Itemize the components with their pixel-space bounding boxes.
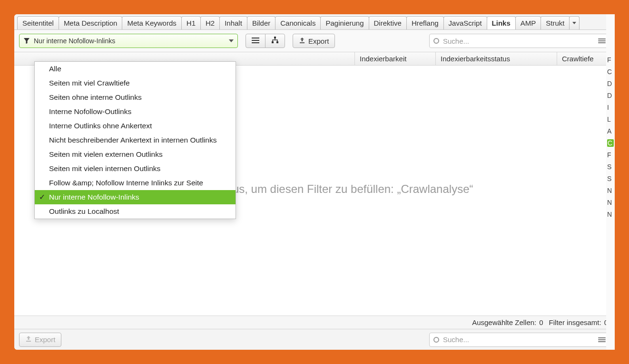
tab-strukt[interactable]: Strukt bbox=[541, 16, 570, 29]
side-panel-item[interactable]: L bbox=[607, 115, 614, 123]
side-panel-item[interactable]: S bbox=[607, 175, 614, 182]
side-panel-item[interactable]: F bbox=[607, 151, 614, 159]
tab-inhalt[interactable]: Inhalt bbox=[219, 16, 247, 29]
filter-icon bbox=[23, 38, 30, 44]
bottom-search-input[interactable] bbox=[442, 335, 595, 344]
tab-direktive[interactable]: Direktive bbox=[369, 16, 407, 29]
selected-cells-value: 0 bbox=[539, 318, 543, 326]
search-input[interactable] bbox=[442, 37, 595, 46]
filter-option[interactable]: Interne Outlinks ohne Ankertext bbox=[35, 119, 236, 133]
main-tabs: SeitentitelMeta DescriptionMeta Keywords… bbox=[14, 14, 615, 30]
svg-rect-2 bbox=[252, 42, 259, 43]
side-panel-item[interactable]: N bbox=[607, 187, 614, 194]
search-field[interactable] bbox=[429, 34, 610, 48]
list-view-button[interactable] bbox=[246, 34, 265, 48]
column-header[interactable]: Indexierbarkeit bbox=[355, 52, 436, 65]
side-panel-item[interactable]: N bbox=[607, 199, 614, 206]
side-panel-item[interactable]: C bbox=[607, 139, 614, 147]
filter-option[interactable]: Nur interne Nofollow-Inlinks bbox=[35, 190, 236, 204]
side-panel-item[interactable]: D bbox=[607, 92, 614, 99]
tab-bilder[interactable]: Bilder bbox=[247, 16, 275, 29]
upload-icon bbox=[25, 335, 32, 344]
filter-option[interactable]: Alle bbox=[35, 62, 236, 76]
tab-canonicals[interactable]: Canonicals bbox=[275, 16, 321, 29]
tab-meta-keywords[interactable]: Meta Keywords bbox=[122, 16, 181, 29]
svg-rect-0 bbox=[252, 38, 259, 38]
side-panel-sliver: FCDDILACFSSNNN bbox=[606, 14, 615, 350]
export-button[interactable]: Export bbox=[293, 34, 335, 48]
search-icon bbox=[433, 38, 439, 44]
chevron-down-icon bbox=[572, 22, 576, 24]
tab-javascript[interactable]: JavaScript bbox=[443, 16, 487, 29]
filter-total-label: Filter insgesamt: bbox=[549, 318, 601, 326]
filter-option[interactable]: Nicht beschreibender Ankertext in intern… bbox=[35, 133, 236, 147]
search-options-icon[interactable] bbox=[598, 336, 606, 343]
side-panel-item[interactable]: C bbox=[607, 68, 614, 76]
search-icon bbox=[433, 337, 439, 343]
filter-dropdown-trigger[interactable]: Nur interne Nofollow-Inlinks bbox=[19, 34, 238, 48]
tab-h1[interactable]: H1 bbox=[181, 16, 201, 29]
filter-option[interactable]: Seiten mit vielen internen Outlinks bbox=[35, 162, 236, 176]
bottom-export-button[interactable]: Export bbox=[19, 333, 61, 347]
tab-amp[interactable]: AMP bbox=[515, 16, 541, 29]
side-panel-item[interactable]: F bbox=[607, 56, 614, 64]
svg-rect-7 bbox=[26, 341, 31, 342]
filter-option[interactable]: Outlinks zu Localhost bbox=[35, 204, 236, 219]
view-mode-group bbox=[246, 34, 285, 48]
column-header[interactable] bbox=[236, 52, 355, 65]
svg-rect-4 bbox=[272, 41, 274, 43]
status-bar: Ausgewählte Zellen: 0 Filter insgesamt: … bbox=[14, 316, 615, 329]
upload-icon bbox=[299, 37, 305, 45]
tree-view-button[interactable] bbox=[265, 34, 285, 48]
svg-rect-5 bbox=[276, 41, 278, 43]
list-icon bbox=[252, 37, 259, 45]
side-panel-item[interactable]: S bbox=[607, 163, 614, 171]
column-header[interactable]: Crawltiefe bbox=[557, 52, 609, 65]
toolbar: Nur interne Nofollow-Inlinks bbox=[14, 30, 615, 52]
tab-links[interactable]: Links bbox=[487, 16, 516, 29]
svg-rect-6 bbox=[300, 42, 305, 43]
selected-cells-label: Ausgewählte Zellen: bbox=[472, 318, 536, 326]
side-panel-item[interactable]: N bbox=[607, 211, 614, 218]
chevron-down-icon bbox=[229, 39, 234, 42]
side-panel-item[interactable]: I bbox=[607, 104, 614, 111]
side-panel-item[interactable]: A bbox=[607, 127, 614, 135]
svg-rect-3 bbox=[274, 37, 276, 38]
filter-option[interactable]: Follow &amp; Nofollow Interne Inlinks zu… bbox=[35, 176, 236, 190]
tab-h2[interactable]: H2 bbox=[200, 16, 220, 29]
tab-meta-description[interactable]: Meta Description bbox=[59, 16, 123, 29]
bottom-toolbar: Export bbox=[14, 329, 615, 350]
tree-icon bbox=[271, 37, 279, 46]
tab-seitentitel[interactable]: Seitentitel bbox=[17, 16, 59, 29]
filter-option[interactable]: Seiten mit vielen externen Outlinks bbox=[35, 147, 236, 162]
filter-current-label: Nur interne Nofollow-Inlinks bbox=[34, 37, 115, 45]
tabs-overflow-button[interactable] bbox=[569, 16, 580, 29]
filter-dropdown-menu: AlleSeiten mit viel CrawltiefeSeiten ohn… bbox=[34, 61, 236, 219]
tab-hreflang[interactable]: Hreflang bbox=[406, 16, 444, 29]
search-options-icon[interactable] bbox=[598, 38, 606, 44]
bottom-search-field[interactable] bbox=[429, 333, 610, 347]
bottom-export-label: Export bbox=[35, 335, 55, 344]
filter-option[interactable]: Seiten mit viel Crawltiefe bbox=[35, 76, 236, 90]
side-panel-item[interactable]: D bbox=[607, 80, 614, 87]
tab-paginierung[interactable]: Paginierung bbox=[320, 16, 369, 29]
filter-option[interactable]: Interne Nofollow-Outlinks bbox=[35, 105, 236, 119]
column-header[interactable]: Indexierbarkeitsstatus bbox=[436, 52, 557, 65]
svg-rect-1 bbox=[252, 40, 259, 41]
filter-option[interactable]: Seiten ohne interne Outlinks bbox=[35, 90, 236, 105]
export-label: Export bbox=[308, 37, 329, 45]
